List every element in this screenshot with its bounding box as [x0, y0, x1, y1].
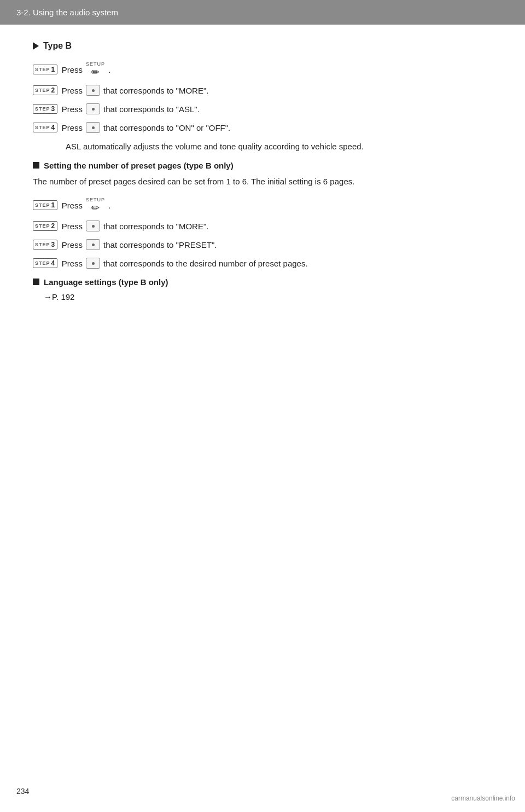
step-2-suffix: that corresponds to "MORE".	[103, 86, 208, 95]
page-number: 234	[16, 787, 29, 796]
asl-note: ASL automatically adjusts the volume and…	[66, 141, 492, 153]
language-settings-heading: Language settings (type B only)	[33, 277, 492, 287]
preset-step-badge-4: STEP 4	[33, 258, 57, 268]
step-1-suffix: .	[106, 65, 110, 74]
preset-step-row-1: STEP 1 Press SETUP ✏ .	[33, 198, 492, 213]
language-settings-label: Language settings (type B only)	[44, 277, 168, 287]
step-badge-3: STEP 3	[33, 104, 57, 114]
preset-press-1: Press	[62, 201, 83, 210]
press-label-1: Press	[62, 65, 83, 74]
preset-step-badge-2: STEP 2	[33, 221, 57, 231]
preset-button-icon-4	[86, 258, 100, 269]
preset-pages-heading: Setting the number of preset pages (type…	[33, 161, 492, 170]
preset-press-4: Press	[62, 259, 83, 268]
preset-step-row-2: STEP 2 Press that corresponds to "MORE".	[33, 221, 492, 231]
preset-button-icon-2	[86, 221, 100, 231]
preset-step-badge-3: STEP 3	[33, 240, 57, 250]
preset-setup-icon-1: SETUP ✏	[86, 198, 105, 213]
step-row-2: STEP 2 Press that corresponds to "MORE".	[33, 85, 492, 96]
preset-press-2: Press	[62, 222, 83, 231]
step-badge-4: STEP 4	[33, 123, 57, 132]
step-badge-2: STEP 2	[33, 85, 57, 95]
type-b-heading: Type B	[33, 41, 492, 51]
black-square-2	[33, 279, 39, 285]
step-4-suffix: that corresponds to "ON" or "OFF".	[103, 123, 230, 132]
preset-step-1-suffix: .	[106, 201, 110, 210]
preset-pages-section: Setting the number of preset pages (type…	[33, 161, 492, 269]
button-icon-2	[86, 85, 100, 96]
triangle-icon	[33, 42, 39, 50]
language-settings-ref: →P. 192	[44, 292, 492, 301]
preset-step-row-3: STEP 3 Press that corresponds to "PRESET…	[33, 239, 492, 250]
preset-step-2-suffix: that corresponds to "MORE".	[103, 222, 208, 231]
step-row-4: STEP 4 Press that corresponds to "ON" or…	[33, 122, 492, 133]
press-label-4: Press	[62, 123, 83, 132]
preset-press-3: Press	[62, 240, 83, 250]
preset-step-badge-1: STEP 1	[33, 200, 57, 210]
step-row-1: STEP 1 Press SETUP ✏ .	[33, 62, 492, 77]
press-label-2: Press	[62, 86, 83, 95]
header-text: 3-2. Using the audio system	[16, 8, 118, 17]
step-row-3: STEP 3 Press that corresponds to "ASL".	[33, 103, 492, 114]
setup-icon-1: SETUP ✏	[86, 62, 105, 77]
preset-button-icon-3	[86, 239, 100, 250]
type-b-label: Type B	[43, 41, 72, 51]
button-icon-3	[86, 103, 100, 114]
preset-step-4-suffix: that corresponds to the desired number o…	[103, 259, 308, 268]
preset-pages-body: The number of preset pages desired can b…	[33, 176, 492, 188]
preset-step-row-4: STEP 4 Press that corresponds to the des…	[33, 258, 492, 269]
step-badge-1: STEP 1	[33, 65, 57, 74]
watermark: carmanualsonline.info	[451, 794, 515, 802]
step-3-suffix: that corresponds to "ASL".	[103, 105, 200, 114]
preset-step-3-suffix: that corresponds to "PRESET".	[103, 240, 217, 250]
language-settings-section: Language settings (type B only) →P. 192	[33, 277, 492, 301]
black-square-1	[33, 162, 39, 169]
header-bar: 3-2. Using the audio system	[0, 0, 525, 25]
press-label-3: Press	[62, 105, 83, 114]
button-icon-4	[86, 122, 100, 133]
preset-pages-label: Setting the number of preset pages (type…	[44, 161, 234, 170]
